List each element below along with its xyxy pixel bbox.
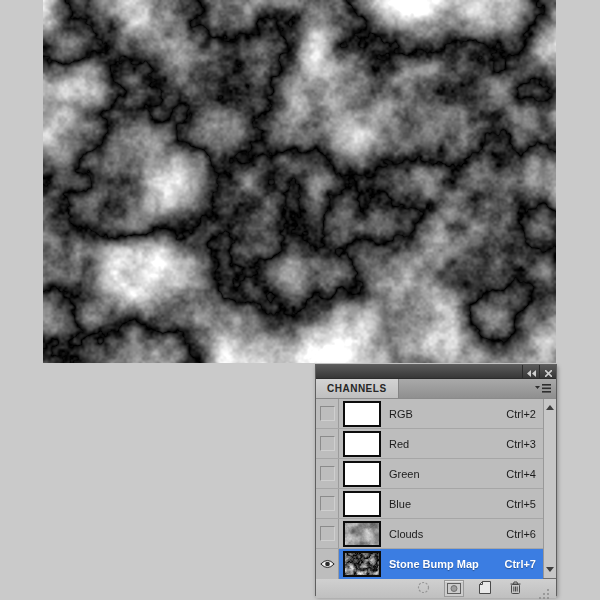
save-selection-as-channel-button[interactable]: [444, 580, 464, 597]
scroll-up-button[interactable]: [544, 401, 556, 414]
channel-row-content: Blue Ctrl+5: [339, 489, 543, 518]
collapse-to-icons-icon: [527, 363, 536, 381]
create-new-channel-icon: [479, 580, 491, 598]
close-panel-button[interactable]: [539, 365, 556, 378]
channel-name: Green: [389, 468, 506, 480]
channel-thumbnail: [343, 431, 381, 457]
document-image[interactable]: [43, 0, 556, 363]
channel-row[interactable]: Blue Ctrl+5: [316, 489, 543, 519]
channel-shortcut: Ctrl+6: [506, 528, 536, 540]
channel-list-scrollbar[interactable]: [543, 399, 556, 578]
channel-list: RGB Ctrl+2 Red Ctrl+3 Green Ctrl: [316, 399, 556, 579]
channel-name: Red: [389, 438, 506, 450]
visibility-toggle[interactable]: [316, 399, 339, 428]
close-icon: [545, 363, 552, 381]
tab-channels[interactable]: CHANNELS: [316, 379, 399, 398]
scroll-down-icon: [546, 567, 554, 572]
visibility-well: [320, 436, 335, 451]
channel-row[interactable]: Stone Bump Map Ctrl+7: [316, 549, 543, 579]
panel-titlebar: [316, 365, 556, 379]
channel-name: Clouds: [389, 528, 506, 540]
channel-row-content: RGB Ctrl+2: [339, 399, 543, 428]
visibility-toggle[interactable]: [316, 429, 339, 458]
visibility-toggle[interactable]: [316, 549, 339, 579]
delete-channel-button[interactable]: [506, 581, 524, 596]
visibility-well: [320, 496, 335, 511]
panel-menu-icon: [535, 380, 551, 398]
panel-menu-button[interactable]: [534, 382, 552, 395]
channel-row[interactable]: RGB Ctrl+2: [316, 399, 543, 429]
channel-row[interactable]: Clouds Ctrl+6: [316, 519, 543, 549]
create-new-channel-button[interactable]: [476, 581, 494, 596]
channel-thumbnail: [343, 551, 381, 577]
visibility-well: [320, 526, 335, 541]
panel-tab-bar: CHANNELS: [316, 379, 556, 399]
channel-shortcut: Ctrl+7: [505, 558, 537, 570]
panel-bottom-bar: [316, 579, 556, 598]
channel-shortcut: Ctrl+4: [506, 468, 536, 480]
collapse-to-icons-button[interactable]: [522, 365, 539, 378]
delete-channel-icon: [510, 580, 521, 598]
visibility-toggle[interactable]: [316, 459, 339, 488]
load-channel-as-selection-icon: [417, 580, 430, 598]
workspace: CHANNELS: [0, 0, 600, 600]
channel-row[interactable]: Green Ctrl+4: [316, 459, 543, 489]
channel-thumbnail: [343, 521, 381, 547]
channel-name: Blue: [389, 498, 506, 510]
visibility-toggle[interactable]: [316, 489, 339, 518]
visibility-toggle[interactable]: [316, 519, 339, 548]
channel-name: RGB: [389, 408, 506, 420]
channels-panel: CHANNELS: [315, 364, 557, 596]
visibility-well: [320, 406, 335, 421]
channel-shortcut: Ctrl+2: [506, 408, 536, 420]
save-selection-as-channel-icon: [447, 580, 461, 598]
scroll-down-button[interactable]: [544, 563, 556, 576]
visibility-well: [320, 466, 335, 481]
load-channel-as-selection-button[interactable]: [414, 581, 432, 596]
channel-row[interactable]: Red Ctrl+3: [316, 429, 543, 459]
eye-icon: [320, 559, 335, 569]
channel-thumbnail: [343, 401, 381, 427]
channel-row-content: Green Ctrl+4: [339, 459, 543, 488]
channel-thumbnail: [343, 491, 381, 517]
channel-shortcut: Ctrl+5: [506, 498, 536, 510]
channel-shortcut: Ctrl+3: [506, 438, 536, 450]
channel-name: Stone Bump Map: [389, 558, 505, 570]
channel-row-content: Red Ctrl+3: [339, 429, 543, 458]
channel-row-content: Clouds Ctrl+6: [339, 519, 543, 548]
scroll-up-icon: [546, 405, 554, 410]
panel-resize-grip[interactable]: [538, 586, 550, 598]
channel-rows: RGB Ctrl+2 Red Ctrl+3 Green Ctrl: [316, 399, 543, 578]
tab-channels-label: CHANNELS: [327, 383, 387, 394]
channel-thumbnail: [343, 461, 381, 487]
channel-row-content: Stone Bump Map Ctrl+7: [339, 549, 543, 579]
